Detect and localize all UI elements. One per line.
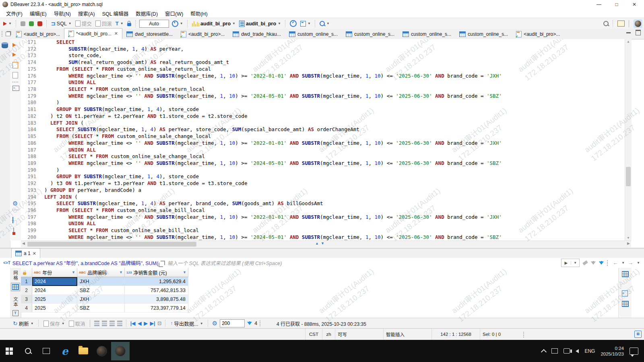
editor-tab-9[interactable]: <audit_bi_pro>... [512, 29, 564, 39]
app-button-1[interactable] [93, 342, 111, 360]
sql-code-area[interactable]: SELECT SUBSTR(mgclear_time, 1, 4) AS per… [40, 39, 625, 241]
execute-script-icon[interactable] [12, 62, 18, 68]
nav-forward-icon[interactable]: → [628, 260, 633, 266]
apply-filter-play-icon[interactable]: ▶ [561, 261, 571, 265]
editor-tab-4[interactable]: dwd_trade_hkau... [229, 29, 285, 39]
sort-dropdown-icon[interactable]: ▼ [183, 270, 186, 274]
status-widget-icon[interactable]: ⊞ [634, 331, 642, 338]
grid-cell[interactable]: 757,462,815.33 [125, 286, 188, 295]
menu-item-7[interactable]: 帮助(H) [187, 9, 211, 18]
transaction-log-button[interactable]: ▼ [171, 20, 184, 28]
grid-cell[interactable]: 2024 [32, 277, 77, 286]
touch-keyboard-icon[interactable] [551, 348, 558, 354]
grid-cell[interactable]: 2025 [32, 295, 77, 304]
results-tab[interactable]: a 1 ✕ [11, 248, 40, 259]
edge-button[interactable]: e [56, 342, 74, 360]
menu-item-2[interactable]: 导航(N) [50, 9, 74, 18]
status-caret-position[interactable]: 142 : 1 : 12568 [431, 329, 480, 340]
grid-cell[interactable]: 2024 [32, 286, 77, 295]
editor-vertical-scrollbar[interactable]: ▲ ▼ [625, 39, 632, 241]
nav-back-icon[interactable]: ← [613, 260, 618, 266]
row-number[interactable]: 2 [21, 286, 32, 295]
maximize-button[interactable]: □ [608, 0, 625, 8]
sort-dropdown-icon[interactable]: ▼ [72, 270, 75, 274]
scroll-right-icon[interactable]: ▶ [627, 241, 630, 245]
connection-selector[interactable]: audit_bi_pro ▼ [191, 20, 236, 27]
grid-corner-cell[interactable] [21, 268, 32, 277]
row-number[interactable]: 1 [21, 277, 32, 286]
editor-settings-gear-icon[interactable]: ⚙ [12, 201, 18, 207]
sash-collapse-down-icon[interactable]: ▼ [321, 241, 324, 245]
open-perspective-button[interactable] [617, 20, 625, 27]
search-button[interactable]: ▼ [319, 20, 330, 27]
scroll-down-icon[interactable]: ▼ [625, 236, 632, 240]
editor-tab-2[interactable]: dwd_storesettle... [122, 29, 177, 39]
editor-tab-5[interactable]: custom_online_s... [285, 29, 342, 39]
references-panel-icon[interactable] [622, 301, 629, 307]
hscroll-thumb[interactable] [27, 242, 196, 247]
disconnect-button[interactable] [37, 21, 43, 27]
sash-collapse-up-icon[interactable]: ▲ [315, 241, 319, 245]
grid-settings-gear-icon[interactable]: ⚙ [212, 321, 217, 327]
reconnect-button[interactable] [28, 21, 35, 27]
file-explorer-button[interactable] [74, 342, 93, 360]
transaction-mode-button[interactable]: T ▼ [115, 20, 124, 27]
minimize-view-icon[interactable] [626, 32, 631, 33]
commit-mode-combo[interactable]: Auto [139, 20, 169, 28]
grid-cell[interactable]: 1,295,629.4 [125, 277, 188, 286]
menu-item-3[interactable]: 搜索(A) [74, 9, 99, 18]
next-row-icon[interactable]: ▶ [144, 321, 147, 326]
refresh-button[interactable]: ↻ 刷新 ▼ [12, 319, 35, 328]
restore-editor-icon[interactable] [6, 32, 10, 36]
results-tab-close-icon[interactable]: ✕ [33, 251, 36, 256]
new-connection-button[interactable]: ▼ [2, 21, 12, 27]
last-row-icon[interactable]: ▶| [150, 321, 155, 326]
network-profile-button[interactable]: ▼ [299, 20, 312, 27]
database-navigator-icon[interactable] [2, 42, 8, 48]
menu-item-4[interactable]: SQL 编辑器 [99, 9, 132, 18]
input-language[interactable]: ENG [584, 348, 595, 354]
unsaved-file-icon[interactable] [13, 228, 14, 234]
maximize-view-icon[interactable] [636, 30, 641, 35]
export-data-button[interactable]: ↑ 导出数据... ▼ [169, 319, 204, 328]
dashboard-button[interactable] [289, 19, 297, 28]
menu-item-1[interactable]: 编辑(E) [26, 9, 50, 18]
grid-cell[interactable]: 3,898,875.48 [125, 295, 188, 304]
taskbar-clock[interactable]: 0:24 2025/10/23 [601, 346, 624, 357]
app-button-2-active[interactable] [111, 342, 130, 360]
tab-close-icon[interactable]: ✕ [114, 31, 118, 36]
sql-console-icon[interactable]: >_ [12, 86, 19, 91]
grid-presentation-tab[interactable]: 网格 [10, 270, 21, 291]
editor-tab-6[interactable]: custom_online_s... [342, 29, 398, 39]
network-tray-icon[interactable] [564, 348, 570, 354]
export-from-query-icon[interactable] [12, 217, 13, 223]
editor-horizontal-scrollbar[interactable]: ◀ ▶ [21, 241, 631, 247]
grid-column-header-2[interactable]: 123净销售金额 (元)▼ [125, 268, 188, 277]
grid-cell[interactable]: 723,397,779.14 [125, 304, 188, 313]
volume-icon[interactable] [576, 349, 579, 353]
expand-filter-icon[interactable] [161, 261, 165, 265]
editor-tab-7[interactable]: custom_online_s... [398, 29, 455, 39]
grid-column-header-0[interactable]: ABC年份▼ [32, 268, 77, 277]
start-button[interactable] [0, 342, 19, 360]
grid-cell[interactable]: JXH [77, 277, 125, 286]
grid-column-header-1[interactable]: ABC品牌编码▼ [77, 268, 125, 277]
minimize-button[interactable]: — [590, 0, 608, 8]
vscroll-thumb[interactable] [626, 167, 631, 186]
taskbar-search-button[interactable] [19, 342, 37, 360]
menu-item-6[interactable]: 窗口(W) [161, 9, 187, 18]
first-row-icon[interactable]: |◀ [130, 321, 136, 326]
custom-filter-icon[interactable] [599, 261, 604, 265]
apply-filter-split-button[interactable]: ▶ ▼ [561, 259, 580, 267]
row-number[interactable]: 4 [21, 304, 32, 313]
tab-drag-handle[interactable] [2, 31, 4, 37]
task-view-button[interactable] [37, 342, 56, 360]
row-number[interactable]: 3 [21, 295, 32, 304]
close-button[interactable]: ✕ [625, 0, 643, 8]
global-search-button[interactable] [603, 20, 609, 27]
text-presentation-tab[interactable]: 文本 T [10, 297, 21, 316]
execute-statement-icon[interactable] [12, 43, 16, 47]
new-sql-editor-button[interactable]: ⊐ SQL ▼ [50, 20, 72, 27]
schema-selector[interactable]: audit_bi_pro ▼ [238, 20, 282, 28]
scroll-left-icon[interactable]: ◀ [22, 241, 25, 245]
